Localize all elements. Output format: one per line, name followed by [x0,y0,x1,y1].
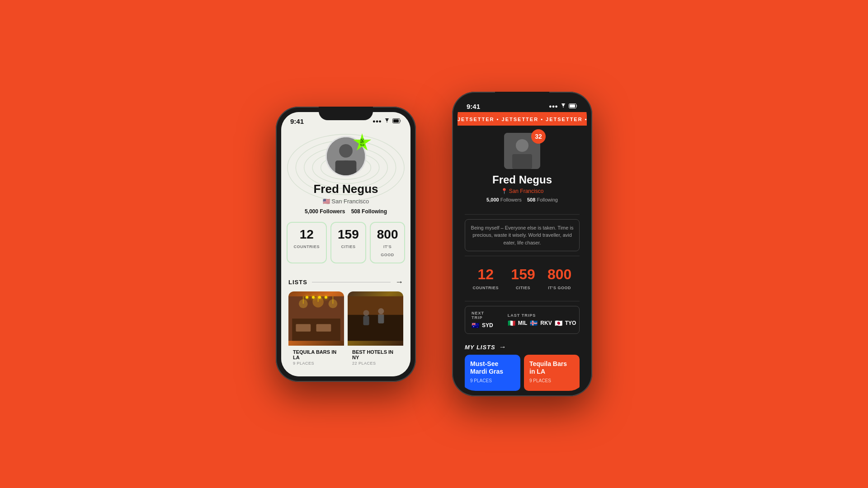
notch-left [319,107,373,120]
battery-icon-right [569,103,578,109]
svg-text:TER: TER [360,144,364,146]
svg-rect-27 [348,314,403,340]
list-card-img-hotels [348,291,403,346]
last-trip-codes: 🇮🇹 MIL 🇮🇸 RKV 🇯🇵 TYO [508,319,576,327]
battery-icon-left [392,118,401,124]
screen-right: 9:41 ●●● [458,97,587,391]
stat-label-countries-left: COUNTRIES [294,244,320,249]
dark-followers-count: 5,000 [486,197,499,202]
dark-list-title-mardi-gras: Must-See Mardi Gras [470,360,515,375]
dark-stat-number-cities: 159 [511,266,535,283]
last-trips-group: LAST TRIPS 🇮🇹 MIL 🇮🇸 RKV 🇯🇵 TYO [508,313,576,327]
dark-profile-name: Fred Negus [492,174,552,186]
screen-left: 9:41 ●●● [281,112,410,376]
svg-rect-34 [570,104,575,108]
next-trip-code: SYD [482,322,493,328]
stat-number-countries-left: 12 [294,227,320,242]
my-lists-arrow: → [499,343,506,351]
lists-title-left: LISTS [288,279,307,286]
stat-label-cities-left: CITIES [341,244,355,249]
dark-list-title-tequila: Tequila Bars in LA [529,360,574,375]
location-pin-icon: 📍 [501,188,508,194]
lists-header-left: LISTS → [281,277,410,287]
signal-icon-left: ●●● [373,118,382,124]
lists-grid-left: TEQUILA BARS IN LA 9 PLACES [281,291,410,369]
dark-stat-cities: 159 CITIES [511,266,535,291]
dark-profile-stats: 5,000 Followers 508 Following [486,197,558,202]
jetsetter-badge-left: JET SET TER ✈ [351,132,373,154]
dark-stat-label-cities: CITIES [516,286,530,290]
trip-flag-tyo: 🇯🇵 [555,319,562,327]
divider-2 [465,256,580,256]
dark-list-places-tequila: 9 PLACES [529,378,574,383]
trips-section: NEXT TRIP 🇦🇺 SYD LAST TRIPS 🇮🇹 MIL 🇮🇸 RK… [465,306,580,334]
notch-right [495,92,549,105]
jetsetter-banner: JETSETTER • JETSETTER • JETSETTER • JETS… [458,112,587,126]
trip-flag-mil: 🇮🇹 [508,319,515,327]
signal-icon-right: ●●● [549,103,558,109]
bio-text: Being myself – Everyone else is taken. T… [471,225,574,245]
svg-rect-18 [296,324,311,331]
avatar-wrap-left: JET SET TER ✈ [326,136,366,177]
dark-following-label: Following [537,197,557,202]
wifi-icon-left [384,118,390,124]
next-trip-label: NEXT TRIP [472,311,493,320]
list-card-img-tequila [288,291,344,346]
phone-left: 9:41 ●●● [276,107,416,382]
status-icons-right: ●●● [549,103,578,109]
svg-rect-31 [378,314,384,324]
time-left: 9:41 [290,117,304,125]
svg-rect-10 [335,160,357,175]
my-lists-header: MY LISTS → [458,339,587,355]
bio-box: Being myself – Everyone else is taken. T… [465,219,580,252]
list-card-places-tequila: 9 PLACES [293,361,340,366]
svg-rect-32 [348,296,403,314]
trip-code-tyo: TYO [565,320,576,326]
dark-list-card-mardi-gras[interactable]: Must-See Mardi Gras 9 places [465,355,520,391]
dark-stat-number-good: 800 [547,266,571,283]
last-trips-label: LAST TRIPS [508,313,576,318]
dark-stat-label-good: IT'S GOOD [548,286,571,290]
list-card-places-hotels: 22 PLACES [352,361,399,366]
svg-point-8 [339,144,353,157]
svg-rect-1 [393,119,399,122]
divider-3 [465,301,580,301]
list-card-title-hotels: BEST HOTELS IN NY [352,349,399,360]
stats-grid-left: 12 COUNTRIES 159 CITIES 800 IT'S GOOD [287,222,406,263]
stat-good-left: 800 IT'S GOOD [370,222,406,263]
time-right: 9:41 [467,103,480,110]
next-trip-group: NEXT TRIP 🇦🇺 SYD [472,311,493,329]
phones-container: 9:41 ●●● [276,92,592,397]
count-badge: 32 [531,129,546,144]
dark-stat-number-countries: 12 [473,266,499,283]
dark-stat-countries: 12 COUNTRIES [473,266,499,291]
dark-stat-label-countries: COUNTRIES [473,286,499,290]
next-trip-codes: 🇦🇺 SYD [472,322,493,329]
list-card-tequila[interactable]: TEQUILA BARS IN LA 9 PLACES [288,291,344,369]
stat-number-good-left: 800 [377,227,398,242]
next-trip-flag: 🇦🇺 [472,322,479,329]
dark-avatar-wrap: 32 [504,133,540,169]
list-card-info-hotels: BEST HOTELS IN NY 22 PLACES [348,346,403,369]
svg-rect-29 [363,316,369,325]
stat-number-cities-left: 159 [338,227,359,242]
dark-list-card-tequila[interactable]: Tequila Bars in LA 9 PLACES [524,355,580,391]
stat-countries-left: 12 COUNTRIES [287,222,327,263]
svg-point-36 [516,139,528,152]
trip-flag-rkv: 🇮🇸 [530,319,538,327]
svg-rect-19 [316,324,331,331]
my-lists-title: MY LISTS [465,344,495,351]
dark-stats-grid: 12 COUNTRIES 159 CITIES 800 IT'S GOOD [458,261,587,296]
dark-lists-grid: Must-See Mardi Gras 9 places Tequila Bar… [458,355,587,391]
list-card-hotels[interactable]: BEST HOTELS IN NY 22 PLACES [348,291,403,369]
trip-code-rkv: RKV [540,320,552,326]
dark-following-count: 508 [527,197,535,202]
dark-list-places-mardi-gras: 9 places [470,378,515,383]
jetsetter-text: JETSETTER • JETSETTER • JETSETTER • JETS… [458,117,587,122]
list-card-info-tequila: TEQUILA BARS IN LA 9 PLACES [288,346,344,369]
wifi-icon-right [560,103,566,109]
svg-rect-38 [512,154,532,169]
profile-section-left: JET SET TER ✈ Fred Negus 🇺🇸 San Francisc… [281,127,410,277]
stat-label-good-left: IT'S GOOD [381,244,394,257]
trip-code-mil: MIL [518,320,528,326]
